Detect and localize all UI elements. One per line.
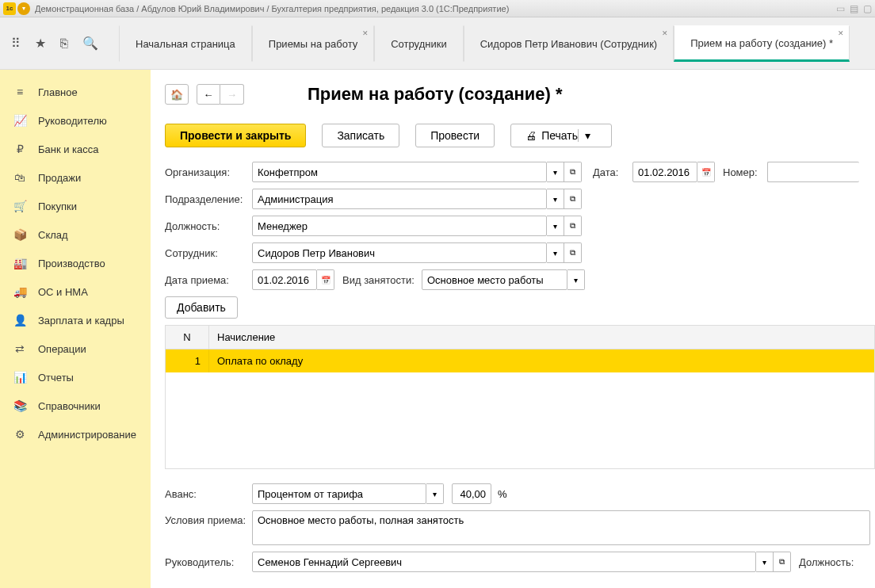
- nav-forward-button[interactable]: →: [220, 84, 244, 105]
- dropdown-icon[interactable]: ▾: [426, 483, 444, 504]
- history-icon[interactable]: ⎘: [60, 36, 68, 51]
- date-input[interactable]: [632, 162, 697, 182]
- print-button[interactable]: 🖨 Печать ▾: [510, 124, 612, 147]
- menu-icon: ≡: [13, 86, 27, 98]
- window-btn-3-icon[interactable]: ▢: [863, 3, 872, 14]
- dropdown-icon[interactable]: ▾: [547, 162, 564, 182]
- table-header: N Начисление: [166, 326, 874, 349]
- employment-type-input[interactable]: [422, 269, 567, 290]
- cell-n: 1: [166, 349, 209, 372]
- cell-desc: Оплата по окладу: [209, 349, 874, 372]
- sidebar-item-production[interactable]: 🏭Производство: [0, 249, 151, 277]
- open-ref-icon[interactable]: ⧉: [774, 552, 791, 572]
- number-label: Номер:: [723, 166, 767, 178]
- sidebar-item-warehouse[interactable]: 📦Склад: [0, 220, 151, 249]
- employee-label: Сотрудник:: [165, 247, 252, 259]
- hire-date-input[interactable]: [252, 269, 317, 290]
- close-icon[interactable]: ✕: [838, 29, 844, 37]
- calendar-icon[interactable]: 📅: [697, 162, 715, 182]
- sidebar-item-operations[interactable]: ⇄Операции: [0, 334, 151, 363]
- favorites-star-icon[interactable]: ★: [35, 36, 46, 51]
- tab-employee-card[interactable]: Сидоров Петр Иванович (Сотрудник)✕: [464, 25, 674, 62]
- open-ref-icon[interactable]: ⧉: [564, 189, 582, 209]
- date-label: Дата:: [593, 166, 632, 178]
- app-logo-1c-icon: 1c: [3, 2, 16, 15]
- search-icon[interactable]: 🔍: [82, 36, 98, 51]
- dropdown-icon[interactable]: ▾: [567, 269, 585, 290]
- employee-input[interactable]: [252, 242, 547, 263]
- post-button[interactable]: Провести: [415, 124, 495, 147]
- window-controls: ▭ ▤ ▢: [836, 3, 872, 14]
- dropdown-icon[interactable]: ▾: [756, 552, 774, 572]
- ruble-icon: ₽: [13, 143, 27, 155]
- sidebar-item-label: Отчеты: [38, 372, 74, 384]
- advance-unit: %: [498, 488, 507, 500]
- sidebar-item-catalogs[interactable]: 📚Справочники: [0, 391, 151, 420]
- apps-grid-icon[interactable]: ⠿: [11, 36, 21, 51]
- tab-home[interactable]: Начальная страница: [119, 25, 252, 62]
- ribbon-tabs: Начальная страница Приемы на работу✕ Сот…: [119, 17, 875, 69]
- advance-value-input[interactable]: [452, 483, 491, 504]
- window-title: Демонстрационная база / Абдулов Юрий Вла…: [35, 4, 836, 13]
- sidebar-item-admin[interactable]: ⚙Администрирование: [0, 420, 151, 449]
- sidebar-item-manager[interactable]: 📈Руководителю: [0, 106, 151, 135]
- col-n-header: N: [166, 326, 209, 349]
- box-icon: 📦: [13, 228, 27, 241]
- manager-label: Руководитель:: [165, 556, 252, 568]
- sidebar-item-label: ОС и НМА: [38, 286, 88, 298]
- sidebar-item-sales[interactable]: 🛍Продажи: [0, 163, 151, 192]
- sidebar-item-hr[interactable]: 👤Зарплата и кадры: [0, 306, 151, 334]
- sidebar-item-purchases[interactable]: 🛒Покупки: [0, 192, 151, 220]
- sidebar-item-bank[interactable]: ₽Банк и касса: [0, 135, 151, 163]
- number-input[interactable]: [767, 162, 859, 182]
- post-and-close-button[interactable]: Провести и закрыть: [165, 124, 306, 147]
- col-desc-header: Начисление: [209, 326, 874, 349]
- write-button[interactable]: Записать: [322, 124, 399, 147]
- chevron-down-icon: ▾: [578, 129, 597, 142]
- sidebar-item-reports[interactable]: 📊Отчеты: [0, 363, 151, 391]
- dropdown-icon[interactable]: ▾: [547, 216, 564, 236]
- add-row-button[interactable]: Добавить: [165, 296, 238, 319]
- position-input[interactable]: [252, 216, 547, 236]
- tab-hires[interactable]: Приемы на работу✕: [252, 25, 374, 62]
- calendar-icon[interactable]: 📅: [317, 269, 334, 290]
- department-label: Подразделение:: [165, 193, 252, 205]
- organization-input[interactable]: [252, 162, 547, 182]
- dropdown-icon[interactable]: ▾: [547, 242, 564, 263]
- advance-label: Аванс:: [165, 488, 252, 500]
- window-titlebar: 1c ▾ Демонстрационная база / Абдулов Юри…: [0, 0, 875, 17]
- sidebar-item-label: Банк и касса: [38, 143, 99, 155]
- conditions-label: Условия приема:: [165, 510, 252, 526]
- conditions-textarea[interactable]: [252, 510, 870, 545]
- advance-type-select[interactable]: [252, 483, 426, 504]
- sidebar-item-main[interactable]: ≡Главное: [0, 78, 151, 106]
- tab-employees[interactable]: Сотрудники: [374, 25, 463, 62]
- table-row[interactable]: 1 Оплата по окладу: [166, 349, 874, 372]
- sidebar-item-label: Склад: [38, 229, 68, 241]
- sidebar-item-label: Покупки: [38, 200, 77, 212]
- dropdown-icon[interactable]: ▾: [547, 189, 564, 209]
- window-btn-1-icon[interactable]: ▭: [836, 3, 845, 14]
- close-icon[interactable]: ✕: [362, 29, 369, 37]
- close-icon[interactable]: ✕: [662, 29, 668, 37]
- sidebar-item-label: Главное: [38, 86, 78, 98]
- window-btn-2-icon[interactable]: ▤: [850, 3, 858, 14]
- gear-icon: ⚙: [13, 428, 27, 441]
- person-icon: 👤: [13, 314, 27, 326]
- home-button[interactable]: 🏠: [165, 84, 189, 105]
- nav-back-button[interactable]: ←: [197, 84, 220, 105]
- sidebar-item-label: Операции: [38, 343, 86, 355]
- bars-icon: 📊: [13, 371, 27, 384]
- open-ref-icon[interactable]: ⧉: [564, 216, 582, 236]
- manager-input[interactable]: [252, 552, 756, 572]
- sidebar-item-label: Производство: [38, 258, 105, 269]
- books-icon: 📚: [13, 399, 27, 412]
- open-ref-icon[interactable]: ⧉: [564, 162, 582, 182]
- open-ref-icon[interactable]: ⧉: [564, 242, 582, 263]
- sidebar-item-assets[interactable]: 🚚ОС и НМА: [0, 277, 151, 306]
- employment-type-label: Вид занятости:: [342, 274, 422, 286]
- tab-hire-create[interactable]: Прием на работу (создание) *✕: [674, 25, 850, 62]
- department-input[interactable]: [252, 189, 547, 209]
- swap-icon: ⇄: [13, 342, 27, 355]
- chart-icon: 📈: [13, 114, 27, 127]
